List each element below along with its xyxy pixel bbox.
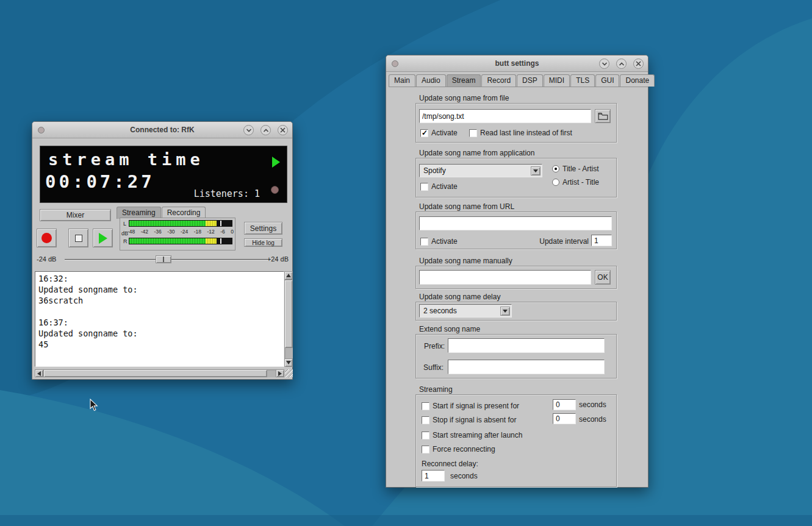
radio-icon bbox=[552, 179, 559, 186]
artist-title-radio[interactable]: Artist - Title bbox=[552, 178, 599, 187]
log-vscrollbar[interactable] bbox=[284, 271, 293, 367]
scroll-down-button[interactable] bbox=[284, 358, 293, 367]
meter-peak-marker bbox=[220, 221, 221, 226]
listeners-count: Listeners: 1 bbox=[194, 188, 260, 199]
url-activate-checkbox[interactable]: Activate bbox=[420, 237, 458, 246]
file-activate-checkbox[interactable]: Activate bbox=[420, 129, 458, 137]
vu-tick: -18 bbox=[194, 229, 201, 235]
close-icon bbox=[636, 61, 641, 66]
tab-recording[interactable]: Recording bbox=[162, 207, 206, 219]
update-interval-input[interactable] bbox=[591, 235, 612, 246]
settings-button[interactable]: Settings bbox=[244, 222, 282, 235]
meter-tabbar: Streaming Recording bbox=[117, 207, 206, 219]
play-button[interactable] bbox=[93, 229, 113, 247]
close-button[interactable] bbox=[278, 125, 288, 135]
vscroll-thumb[interactable] bbox=[284, 280, 293, 348]
tab-tls[interactable]: TLS bbox=[570, 74, 595, 87]
checkbox-label: Activate bbox=[431, 237, 458, 246]
read-last-line-checkbox[interactable]: Read last line instead of first bbox=[469, 129, 572, 137]
mixer-button[interactable]: Mixer bbox=[40, 209, 111, 221]
seconds-label: seconds bbox=[579, 400, 606, 409]
tab-stream[interactable]: Stream bbox=[447, 74, 481, 87]
tab-main[interactable]: Main bbox=[389, 74, 415, 87]
tab-label: Main bbox=[394, 76, 410, 85]
group-label: Update song name from application bbox=[419, 149, 534, 157]
app-select-dropdown[interactable]: Spotify bbox=[419, 164, 542, 177]
log-output[interactable]: 16:32: Updated songname to: 36scratch 16… bbox=[35, 271, 284, 367]
start-after-launch-checkbox[interactable]: Start streaming after launch bbox=[422, 431, 522, 439]
browse-file-button[interactable] bbox=[595, 109, 611, 123]
tab-dsp[interactable]: DSP bbox=[517, 74, 543, 87]
tab-gui[interactable]: GUI bbox=[595, 74, 619, 87]
meter-green-fill bbox=[129, 238, 206, 244]
stop-signal-checkbox[interactable]: Stop if signal is absent for bbox=[422, 416, 516, 424]
prefix-label: Prefix: bbox=[424, 342, 445, 350]
window-menu-icon[interactable] bbox=[392, 60, 398, 67]
tab-label: Donate bbox=[625, 76, 649, 85]
scroll-right-button[interactable] bbox=[276, 369, 284, 377]
meter-yellow-fill bbox=[206, 238, 217, 244]
force-reconnect-checkbox[interactable]: Force reconnecting bbox=[422, 445, 495, 453]
tab-record[interactable]: Record bbox=[481, 74, 516, 87]
song-file-path-input[interactable] bbox=[419, 109, 591, 123]
tab-label: Audio bbox=[422, 76, 440, 85]
checkbox-icon bbox=[422, 446, 429, 453]
app-activate-checkbox[interactable]: Activate bbox=[420, 182, 458, 191]
checkbox-label: Force reconnecting bbox=[433, 445, 495, 453]
maximize-button[interactable] bbox=[616, 59, 627, 69]
tab-streaming[interactable]: Streaming bbox=[117, 207, 161, 219]
stop-button[interactable] bbox=[68, 229, 88, 247]
delay-select-dropdown[interactable]: 2 seconds bbox=[419, 304, 512, 318]
checkbox-label: Read last line instead of first bbox=[480, 129, 572, 137]
settings-titlebar[interactable]: butt settings bbox=[386, 55, 648, 72]
manual-ok-button[interactable]: OK bbox=[595, 270, 611, 285]
checkbox-icon bbox=[420, 238, 428, 246]
start-signal-seconds-input[interactable] bbox=[553, 399, 576, 410]
log-hscrollbar[interactable] bbox=[35, 369, 284, 377]
checkbox-icon bbox=[422, 402, 429, 410]
start-signal-checkbox[interactable]: Start if signal is present for bbox=[422, 402, 519, 410]
shade-button[interactable] bbox=[599, 59, 609, 69]
stop-signal-seconds-input[interactable] bbox=[553, 413, 576, 424]
close-icon bbox=[280, 127, 286, 133]
checkbox-icon bbox=[422, 432, 429, 439]
hide-log-button[interactable]: Hide log bbox=[244, 238, 282, 247]
resize-grip[interactable] bbox=[285, 369, 293, 377]
song-url-input[interactable] bbox=[419, 216, 612, 230]
reconnect-delay-label: Reconnect delay: bbox=[422, 460, 478, 468]
scroll-up-button[interactable] bbox=[284, 271, 293, 280]
checkbox-label: Start streaming after launch bbox=[433, 431, 522, 439]
checkbox-icon bbox=[469, 129, 477, 137]
hscroll-thumb[interactable] bbox=[43, 369, 267, 377]
tab-midi[interactable]: MIDI bbox=[544, 74, 570, 87]
close-button[interactable] bbox=[633, 59, 644, 69]
scroll-left-button[interactable] bbox=[35, 369, 43, 377]
record-button[interactable] bbox=[37, 229, 57, 247]
vu-tick: 0 bbox=[231, 229, 234, 235]
group-extend-song: Extend song name Prefix: Suffix: bbox=[415, 334, 617, 379]
window-menu-icon[interactable] bbox=[38, 127, 45, 133]
maximize-button[interactable] bbox=[260, 125, 271, 135]
group-label: Streaming bbox=[419, 385, 453, 394]
seconds-label: seconds bbox=[579, 415, 606, 424]
vu-right-label: R bbox=[123, 238, 128, 244]
reconnect-delay-input[interactable] bbox=[422, 470, 445, 482]
tab-recording-label: Recording bbox=[167, 208, 201, 217]
shade-button[interactable] bbox=[243, 125, 254, 135]
tab-donate[interactable]: Donate bbox=[620, 74, 655, 87]
vu-tick: -42 bbox=[141, 229, 148, 235]
vu-meter-left bbox=[129, 220, 232, 227]
lcd-display: stream time 00:07:27 Listeners: 1 bbox=[40, 146, 287, 203]
prefix-input[interactable] bbox=[448, 338, 605, 353]
vu-tick: -36 bbox=[154, 229, 162, 235]
suffix-input[interactable] bbox=[448, 360, 605, 374]
dropdown-arrow-button bbox=[531, 166, 541, 176]
gain-slider-handle[interactable] bbox=[156, 255, 171, 263]
title-artist-radio[interactable]: Title - Artist bbox=[552, 165, 599, 173]
manual-song-input[interactable] bbox=[419, 270, 591, 285]
tab-label: DSP bbox=[522, 76, 537, 85]
tab-audio[interactable]: Audio bbox=[416, 74, 446, 87]
checkbox-icon bbox=[422, 416, 429, 424]
suffix-label: Suffix: bbox=[423, 363, 444, 372]
main-titlebar[interactable]: Connected to: RfK bbox=[32, 122, 292, 138]
